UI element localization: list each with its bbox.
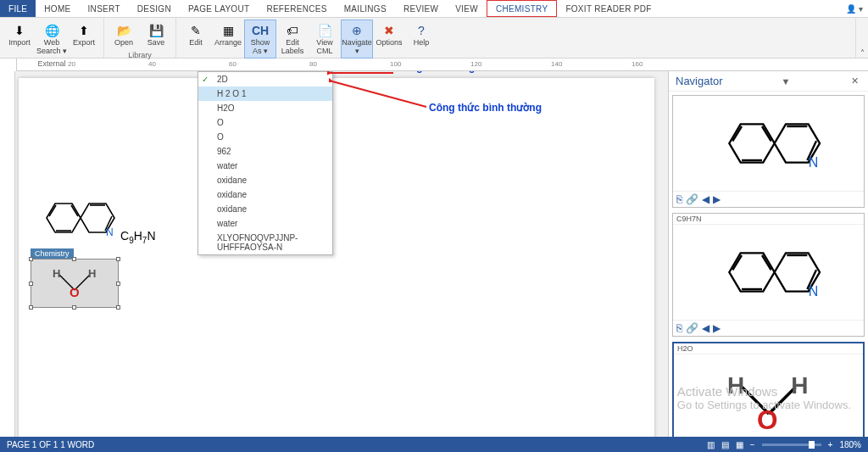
dropdown-item[interactable]: XLYOFNOQVPJJNP-UHFFFAOYSA-N (198, 231, 332, 254)
dropdown-item[interactable]: O (198, 130, 332, 144)
edit-labels-button[interactable]: 🏷Edit Labels (276, 20, 309, 59)
card-copy-icon[interactable]: ⎘ (676, 193, 682, 205)
svg-text:O: O (70, 285, 80, 299)
show-as-button[interactable]: CHShow As ▾ (244, 20, 276, 59)
card-link-icon[interactable]: 🔗 (686, 193, 698, 205)
tab-home[interactable]: HOME (36, 0, 79, 17)
view-web-icon[interactable]: ▦ (736, 440, 743, 449)
group-external: ⬇Import 🌐Web Search ▾ ⬆Export External (0, 18, 104, 58)
navigator-card-image: N (673, 225, 864, 320)
chem-object-h2o[interactable]: Chemistry H H O (31, 248, 119, 308)
status-bar: PAGE 1 OF 1 1 WORD ▥ ▤ ▦ − + 180% (0, 437, 868, 452)
navigator-close-icon[interactable]: ✕ (849, 75, 861, 86)
help-button[interactable]: ?Help (405, 20, 437, 50)
status-page-info[interactable]: PAGE 1 OF 1 1 WORD (7, 440, 94, 449)
ruler-tick: 160 (632, 60, 643, 68)
dropdown-item[interactable]: oxidane (198, 187, 332, 202)
navigator-card-label: C9H7N (673, 214, 864, 225)
card-next-icon[interactable]: ▶ (713, 193, 721, 205)
annotation-text-2: Công thức bình thường (429, 102, 542, 114)
navigator-card-label: H2O (674, 343, 863, 354)
h2o-depiction: H H O (31, 259, 119, 308)
svg-text:N: N (106, 226, 114, 238)
svg-line-14 (332, 81, 426, 107)
tab-mailings[interactable]: MAILINGS (336, 0, 395, 17)
open-button[interactable]: 📂Open (108, 20, 140, 50)
group-edit: ✎Edit ▦Arrange CHShow As ▾ 🏷Edit Labels … (176, 18, 856, 58)
svg-marker-15 (729, 124, 774, 162)
navigator-card-image: N (673, 96, 864, 191)
tab-strip: FILE HOME INSERT DESIGN PAGE LAYOUT REFE… (0, 0, 868, 18)
view-cml-button[interactable]: 📄View CML (309, 20, 341, 59)
export-button[interactable]: ⬆Export (68, 20, 100, 50)
card-prev-icon[interactable]: ◀ (702, 193, 709, 205)
view-print-icon[interactable]: ▤ (721, 440, 729, 449)
document-area[interactable]: N C9H7N Chemistry H H O (15, 71, 668, 437)
annotation-arrow-2 (329, 78, 431, 112)
tab-review[interactable]: REVIEW (395, 0, 447, 17)
svg-text:N: N (808, 155, 818, 170)
ruler: 20406080100120140160 (0, 59, 868, 71)
navigator-card[interactable]: N⎘🔗◀▶ (672, 95, 865, 208)
tab-view[interactable]: VIEW (447, 0, 487, 17)
card-link-icon[interactable]: 🔗 (686, 322, 698, 334)
ruler-tick: 40 (148, 60, 156, 68)
annotation-text-1: Công thức bằng sơ đồ 2D (397, 71, 520, 73)
windows-watermark: Activate Windows Go to Settings to activ… (677, 384, 851, 411)
ruler-tick: 20 (68, 60, 75, 68)
tab-insert[interactable]: INSERT (80, 0, 129, 17)
svg-text:H: H (88, 267, 96, 280)
edit-button[interactable]: ✎Edit (180, 20, 212, 50)
zoom-value[interactable]: 180% (839, 440, 861, 449)
navigator-card[interactable]: C9H7NN⎘🔗◀▶ (672, 213, 865, 337)
zoom-out-icon[interactable]: − (750, 440, 755, 449)
zoom-slider[interactable] (762, 444, 821, 446)
import-button[interactable]: ⬇Import (3, 20, 36, 50)
tab-file[interactable]: FILE (0, 0, 36, 17)
show-as-dropdown: ✓2DH 2 O 1H2OOO962wateroxidaneoxidaneoxi… (198, 71, 333, 255)
dropdown-item[interactable]: oxidane (198, 173, 332, 187)
dropdown-item[interactable]: oxidane (198, 202, 332, 216)
tab-chemistry[interactable]: CHEMISTRY (487, 0, 557, 17)
dropdown-item[interactable]: water (198, 159, 332, 173)
card-copy-icon[interactable]: ⎘ (676, 322, 682, 334)
tab-foxit[interactable]: FOXIT READER PDF (557, 0, 659, 17)
dropdown-item[interactable]: H 2 O 1 (198, 86, 332, 101)
svg-marker-0 (47, 204, 81, 232)
navigator-dropdown-icon[interactable]: ▼ (778, 76, 793, 86)
navigator-title: Navigator (676, 75, 723, 87)
dropdown-item[interactable]: O (198, 115, 332, 130)
ribbon: ⬇Import 🌐Web Search ▾ ⬆Export External 📂… (0, 18, 868, 59)
navigator-panel: Navigator ▼ ✕ N⎘🔗◀▶C9H7NN⎘🔗◀▶H2OHHO⎘🔗◀▶ … (668, 71, 868, 437)
svg-text:H: H (53, 267, 60, 280)
zoom-in-icon[interactable]: + (828, 440, 833, 449)
ribbon-collapse-icon[interactable]: ˄ (856, 18, 868, 58)
card-next-icon[interactable]: ▶ (713, 322, 721, 334)
vertical-ruler (0, 71, 15, 437)
dropdown-item[interactable]: ✓2D (198, 72, 332, 86)
group-library: 📂Open 💾Save Library (104, 18, 176, 58)
chem-structure-quinoline[interactable]: N (34, 193, 119, 243)
dropdown-item[interactable]: 962 (198, 144, 332, 159)
svg-text:N: N (808, 284, 818, 299)
chem-formula: C9H7N (120, 229, 156, 245)
arrange-button[interactable]: ▦Arrange (212, 20, 244, 50)
ruler-tick: 100 (390, 60, 401, 68)
ruler-tick: 80 (309, 60, 317, 68)
dropdown-item[interactable]: water (198, 216, 332, 231)
save-button[interactable]: 💾Save (140, 20, 172, 50)
view-read-icon[interactable]: ▥ (707, 440, 715, 449)
websearch-button[interactable]: 🌐Web Search ▾ (36, 20, 68, 59)
tab-design[interactable]: DESIGN (129, 0, 180, 17)
user-icon[interactable]: 👤 ▾ (846, 4, 863, 14)
tab-references[interactable]: REFERENCES (258, 0, 335, 17)
tab-pagelayout[interactable]: PAGE LAYOUT (180, 0, 258, 17)
options-button[interactable]: ✖Options (373, 20, 405, 50)
workspace: N C9H7N Chemistry H H O (0, 71, 868, 437)
ruler-tick: 60 (229, 60, 236, 68)
page: N C9H7N Chemistry H H O (19, 78, 654, 437)
navigate-button[interactable]: ⊕Navigate ▾ (341, 20, 373, 59)
dropdown-item[interactable]: H2O (198, 101, 332, 115)
svg-marker-23 (729, 253, 774, 291)
card-prev-icon[interactable]: ◀ (702, 322, 709, 334)
